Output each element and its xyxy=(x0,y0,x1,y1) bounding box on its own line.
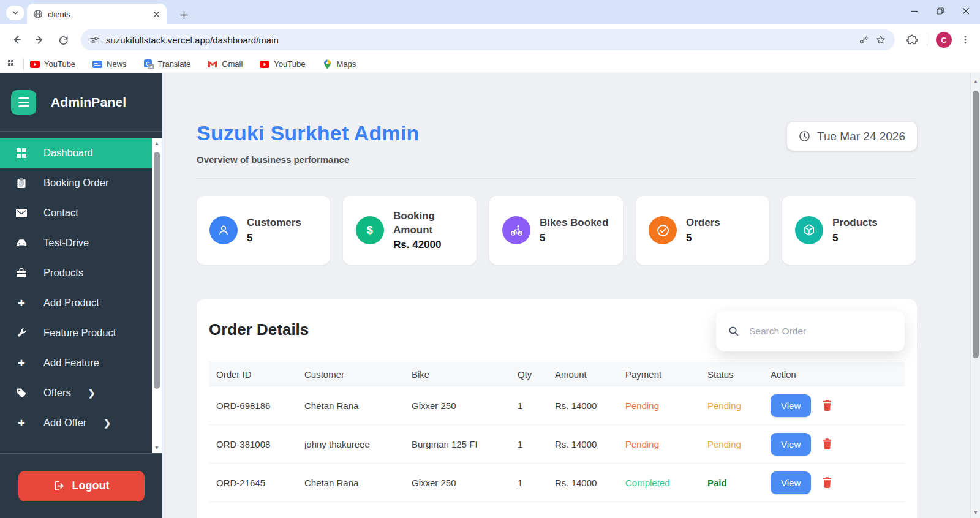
bike: Gixxer 250 xyxy=(404,400,510,411)
dollar-icon: $ xyxy=(356,216,384,244)
sidebar: AdminPanel Dashboard Booking Order Conta… xyxy=(0,73,162,518)
scroll-up-icon[interactable]: ▲ xyxy=(152,139,162,148)
menu-icon[interactable] xyxy=(960,35,970,45)
sidebar-item-add-product[interactable]: + Add Product xyxy=(0,288,152,318)
plus-icon xyxy=(179,10,189,20)
sidebar-item-dashboard[interactable]: Dashboard xyxy=(0,138,152,168)
scroll-down-icon[interactable]: ▼ xyxy=(152,443,162,452)
sidebar-item-booking-order[interactable]: Booking Order xyxy=(0,168,152,198)
view-order-button[interactable]: View xyxy=(771,433,811,456)
globe-icon xyxy=(33,9,43,19)
browser-toolbar: suzukifullstack.vercel.app/dashboard/mai… xyxy=(0,24,980,55)
browser-tab[interactable]: clients xyxy=(27,4,167,24)
back-button[interactable] xyxy=(6,29,27,50)
divider xyxy=(927,34,927,46)
order-id: ORD-381008 xyxy=(209,439,297,449)
bookmarks-bar: YouTube News Ga Translate Gmail YouTube … xyxy=(0,55,980,73)
clipboard-icon xyxy=(15,178,28,189)
chevron-right-icon: ❯ xyxy=(88,388,96,398)
page-subtitle: Overview of business performance xyxy=(197,154,917,165)
translate-icon: Ga xyxy=(144,59,154,69)
bookmark-maps[interactable]: Maps xyxy=(322,59,356,69)
sidebar-scrollbar[interactable]: ▲ ▼ xyxy=(152,138,162,453)
order-id: ORD-698186 xyxy=(209,400,297,411)
order-search[interactable] xyxy=(716,311,905,351)
tab-title: clients xyxy=(48,10,148,19)
plus-icon: + xyxy=(15,356,28,369)
url-text[interactable]: suzukifullstack.vercel.app/dashboard/mai… xyxy=(106,35,852,45)
customer: Chetan Rana xyxy=(297,478,404,488)
scrollbar-thumb[interactable] xyxy=(973,91,979,358)
bike-icon xyxy=(502,216,530,244)
bookmark-star-icon[interactable] xyxy=(875,34,886,45)
clock-icon xyxy=(799,130,810,142)
sidebar-item-test-drive[interactable]: Test-Drive xyxy=(0,228,152,258)
address-bar[interactable]: suzukifullstack.vercel.app/dashboard/mai… xyxy=(81,29,895,50)
tab-close-icon[interactable] xyxy=(153,10,160,18)
maps-icon xyxy=(322,59,332,69)
svg-text:a: a xyxy=(149,64,153,69)
dashboard-icon xyxy=(15,148,28,159)
bookmark-youtube[interactable]: YouTube xyxy=(30,59,75,69)
close-window-button[interactable] xyxy=(962,7,970,18)
delete-order-icon[interactable] xyxy=(822,476,832,489)
amount: Rs. 14000 xyxy=(548,478,618,488)
new-tab-button[interactable] xyxy=(175,6,192,23)
bookmark-news[interactable]: News xyxy=(92,59,127,69)
qty: 1 xyxy=(510,478,548,488)
order-status: Pending xyxy=(700,400,763,411)
car-icon xyxy=(15,238,28,248)
bookmark-youtube-2[interactable]: YouTube xyxy=(260,59,305,69)
key-icon[interactable] xyxy=(858,34,869,45)
minimize-button[interactable] xyxy=(910,7,919,18)
search-input[interactable] xyxy=(749,326,892,337)
search-icon xyxy=(728,326,739,337)
delete-order-icon[interactable] xyxy=(822,438,832,450)
stat-card-products: Products5 xyxy=(782,196,916,265)
browser-titlebar: clients xyxy=(0,0,980,24)
svg-text:$: $ xyxy=(367,224,373,236)
logout-button[interactable]: Logout xyxy=(18,471,145,501)
extensions-icon[interactable] xyxy=(906,34,918,46)
view-order-button[interactable]: View xyxy=(771,471,811,494)
page-scrollbar[interactable]: ▲ ▼ xyxy=(970,73,980,518)
delete-order-icon[interactable] xyxy=(822,399,832,411)
customer: johny thakureee xyxy=(297,439,404,449)
hamburger-menu-button[interactable] xyxy=(11,90,36,115)
scroll-up-icon[interactable]: ▲ xyxy=(971,77,980,86)
profile-avatar[interactable]: C xyxy=(936,32,952,48)
sidebar-nav: Dashboard Booking Order Contact Test-Dri… xyxy=(0,138,152,453)
tune-icon[interactable] xyxy=(89,35,100,45)
apps-grid-icon[interactable] xyxy=(7,59,17,69)
briefcase-icon xyxy=(15,268,28,278)
sidebar-item-offers[interactable]: Offers ❯ xyxy=(0,378,152,408)
bike: Gixxer 250 xyxy=(404,478,510,488)
bookmark-translate[interactable]: Ga Translate xyxy=(144,59,191,69)
sidebar-item-products[interactable]: Products xyxy=(0,258,152,288)
sidebar-item-feature-product[interactable]: Feature Product xyxy=(0,318,152,348)
table-row: ORD-21645 Chetan Rana Gixxer 250 1 Rs. 1… xyxy=(209,464,905,502)
tab-search-button[interactable] xyxy=(6,6,24,20)
stats-row: Customers5 $ Booking AmountRs. 42000 Bik… xyxy=(197,196,917,265)
youtube-icon xyxy=(260,59,270,69)
cube-icon xyxy=(795,216,823,244)
browser-window: clients suzukifullstack.vercel.app/dashb… xyxy=(0,0,980,518)
payment-status: Pending xyxy=(618,400,700,411)
stat-card-orders: Orders5 xyxy=(636,196,769,265)
sidebar-item-contact[interactable]: Contact xyxy=(0,198,152,228)
qty: 1 xyxy=(510,439,548,449)
sidebar-item-add-offer[interactable]: + Add Offer ❯ xyxy=(0,408,152,438)
sidebar-item-add-feature[interactable]: + Add Feature xyxy=(0,348,152,378)
chevron-right-icon: ❯ xyxy=(104,418,111,428)
bike: Burgman 125 FI xyxy=(404,439,510,449)
restore-button[interactable] xyxy=(936,7,944,18)
refresh-button[interactable] xyxy=(53,29,74,50)
table-header: Order ID Customer Bike Qty Amount Paymen… xyxy=(209,362,905,386)
stat-card-bikes-booked: Bikes Booked5 xyxy=(489,196,623,265)
view-order-button[interactable]: View xyxy=(771,394,811,417)
bookmark-gmail[interactable]: Gmail xyxy=(208,59,243,69)
scrollbar-thumb[interactable] xyxy=(154,152,160,389)
forward-button[interactable] xyxy=(29,29,50,50)
brand-title: AdminPanel xyxy=(51,95,126,110)
scroll-down-icon[interactable]: ▼ xyxy=(971,508,980,517)
